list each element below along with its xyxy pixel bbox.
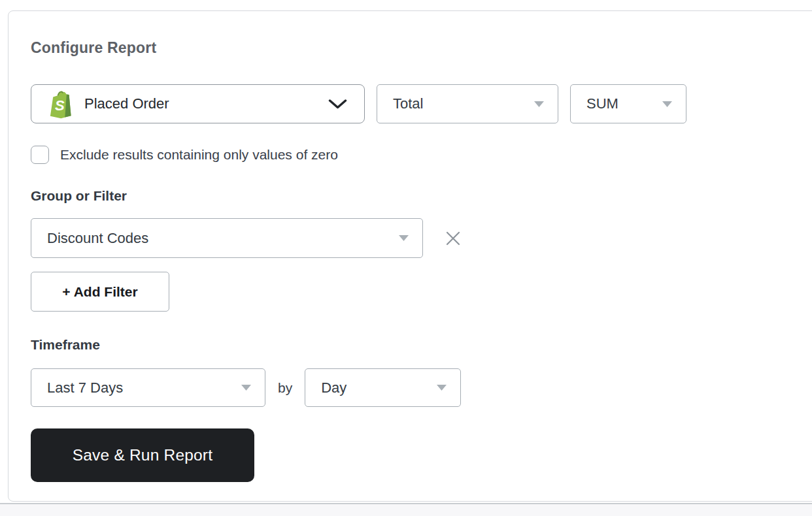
measurement-select-value: Total xyxy=(393,95,423,112)
filter-row: Discount Codes xyxy=(31,218,812,258)
page-section-divider xyxy=(0,503,812,516)
svg-text:S: S xyxy=(55,97,65,114)
timeframe-row: Last 7 Days by Day xyxy=(31,368,812,407)
chevron-down-icon xyxy=(328,99,347,110)
caret-down-icon xyxy=(398,234,409,242)
page-title: Configure Report xyxy=(31,39,812,57)
shopify-icon: S xyxy=(47,89,73,119)
exclude-zero-label: Exclude results containing only values o… xyxy=(60,147,338,163)
add-filter-button[interactable]: + Add Filter xyxy=(31,272,169,312)
aggregation-select[interactable]: SUM xyxy=(570,84,686,123)
close-icon xyxy=(445,230,462,247)
by-label: by xyxy=(278,380,292,396)
group-filter-select-value: Discount Codes xyxy=(47,230,148,247)
aggregation-select-value: SUM xyxy=(586,95,618,112)
group-filter-select[interactable]: Discount Codes xyxy=(31,218,423,258)
timeframe-range-select[interactable]: Last 7 Days xyxy=(31,368,265,407)
save-run-report-button[interactable]: Save & Run Report xyxy=(31,428,254,482)
caret-down-icon xyxy=(436,384,447,391)
metric-select[interactable]: S Placed Order xyxy=(31,84,365,123)
interval-select[interactable]: Day xyxy=(305,368,461,407)
timeframe-heading: Timeframe xyxy=(31,336,812,353)
caret-down-icon xyxy=(533,101,545,108)
remove-filter-button[interactable] xyxy=(443,229,463,248)
group-or-filter-heading: Group or Filter xyxy=(31,187,812,204)
metric-config-row: S Placed Order Total SUM xyxy=(31,84,812,123)
metric-select-value: Placed Order xyxy=(84,95,169,112)
measurement-select[interactable]: Total xyxy=(377,84,558,123)
exclude-zero-row: Exclude results containing only values o… xyxy=(31,146,812,164)
configure-report-panel: Configure Report S Placed Order Total SU… xyxy=(8,10,812,502)
timeframe-range-value: Last 7 Days xyxy=(47,379,123,396)
caret-down-icon xyxy=(662,101,673,108)
exclude-zero-checkbox[interactable] xyxy=(31,146,49,164)
interval-select-value: Day xyxy=(321,379,347,396)
caret-down-icon xyxy=(241,384,252,391)
